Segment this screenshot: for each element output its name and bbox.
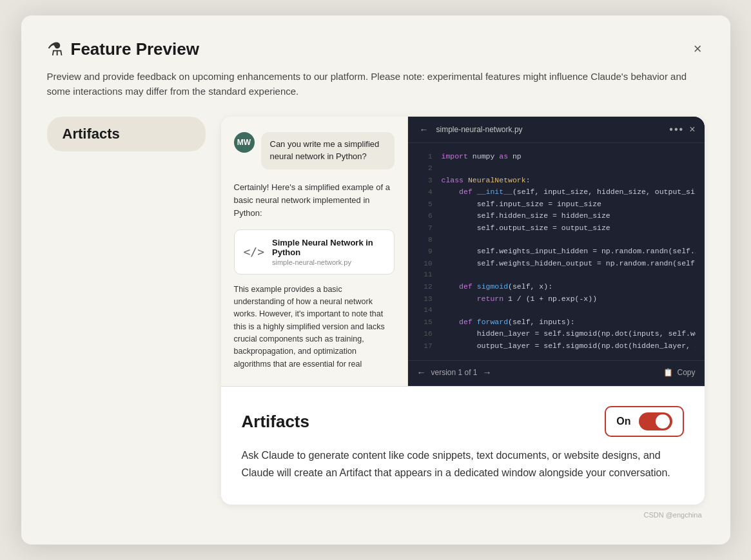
header-left: ⚗ Feature Preview (47, 39, 199, 60)
toggle-switch[interactable] (639, 412, 672, 430)
avatar: MW (234, 132, 255, 153)
feature-header: Artifacts On (242, 406, 684, 437)
flask-icon: ⚗ (47, 39, 63, 60)
code-card-title: Simple Neural Network in Python (272, 238, 384, 257)
code-line: 4 def __init__(self, input_size, hidden_… (408, 186, 705, 198)
code-card-info: Simple Neural Network in Python simple-n… (272, 238, 384, 266)
code-back-button[interactable]: ← (417, 123, 431, 136)
close-button[interactable]: × (691, 39, 705, 59)
code-more-button[interactable]: ••• (669, 124, 684, 135)
code-card-filename: simple-neural-network.py (272, 258, 384, 266)
code-panel-header-right: ••• × (669, 124, 695, 135)
code-line: 2 (408, 163, 705, 175)
feature-section: Artifacts On Ask Claude to generate cont… (221, 387, 705, 505)
code-line: 13 return 1 / (1 + np.exp(-x)) (408, 293, 705, 305)
version-label: version 1 of 1 (431, 368, 478, 377)
toggle-label: On (616, 416, 630, 427)
version-nav: ← version 1 of 1 → (417, 367, 492, 378)
code-line: 3 class NeuralNetwork: (408, 175, 705, 187)
user-message: MW Can you write me a simplified neural … (234, 132, 395, 169)
feature-description: Ask Claude to generate content like code… (242, 447, 684, 481)
code-line: 9 self.weights_input_hidden = np.random.… (408, 246, 705, 258)
toggle-container[interactable]: On (605, 406, 683, 437)
copy-label: Copy (677, 368, 695, 377)
code-line: 1 import numpy as np (408, 151, 705, 163)
user-bubble: Can you write me a simplified neural net… (261, 132, 395, 169)
code-panel-header: ← simple-neural-network.py ••• × (408, 117, 705, 143)
code-close-button[interactable]: × (689, 124, 695, 135)
assistant-followup: This example provides a basic understand… (234, 284, 395, 371)
modal: ⚗ Feature Preview × Preview and provide … (21, 15, 730, 545)
copy-button[interactable]: 📋 Copy (663, 368, 695, 377)
assistant-intro: Certainly! Here's a simplified example o… (234, 181, 395, 220)
code-line: 6 self.hidden_size = hidden_size (408, 210, 705, 222)
preview-section: MW Can you write me a simplified neural … (221, 117, 705, 387)
copy-icon: 📋 (663, 368, 673, 377)
code-line: 16 hidden_layer = self.sigmoid(np.dot(in… (408, 328, 705, 340)
main-panel: MW Can you write me a simplified neural … (221, 117, 705, 505)
code-panel-header-left: ← simple-neural-network.py (417, 123, 523, 136)
code-line: 14 (408, 305, 705, 316)
modal-header: ⚗ Feature Preview × (47, 39, 705, 60)
sidebar-item-artifacts[interactable]: Artifacts (47, 117, 206, 151)
content-area: Artifacts MW Can you write me a simplifi… (47, 117, 705, 505)
code-line: 12 def sigmoid(self, x): (408, 281, 705, 293)
code-line: 5 self.input_size = input_size (408, 198, 705, 211)
chat-panel: MW Can you write me a simplified neural … (221, 117, 408, 386)
code-line: 17 output_layer = self.sigmoid(np.dot(hi… (408, 340, 705, 352)
code-panel: ← simple-neural-network.py ••• × 1 impor… (408, 117, 705, 386)
modal-description: Preview and provide feedback on upcoming… (47, 69, 692, 99)
footer-credit: CSDN @engchina (47, 511, 705, 519)
toggle-slider (639, 412, 672, 430)
code-content: 1 import numpy as np 2 3 class NeuralNet… (408, 143, 705, 360)
code-filename: simple-neural-network.py (436, 125, 523, 134)
code-line: 7 self.output_size = output_size (408, 222, 705, 235)
code-panel-footer: ← version 1 of 1 → 📋 Copy (408, 360, 705, 384)
code-line: 8 (408, 235, 705, 246)
version-next-button[interactable]: → (483, 367, 492, 378)
modal-title: Feature Preview (71, 39, 199, 59)
code-line: 15 def forward(self, inputs): (408, 316, 705, 329)
version-prev-button[interactable]: ← (417, 367, 426, 378)
feature-title: Artifacts (242, 412, 309, 432)
code-icon: </> (244, 245, 265, 258)
code-line: 10 self.weights_hidden_output = np.rando… (408, 258, 705, 270)
code-line: 11 (408, 269, 705, 281)
sidebar: Artifacts (47, 117, 221, 151)
code-card[interactable]: </> Simple Neural Network in Python simp… (234, 229, 395, 275)
